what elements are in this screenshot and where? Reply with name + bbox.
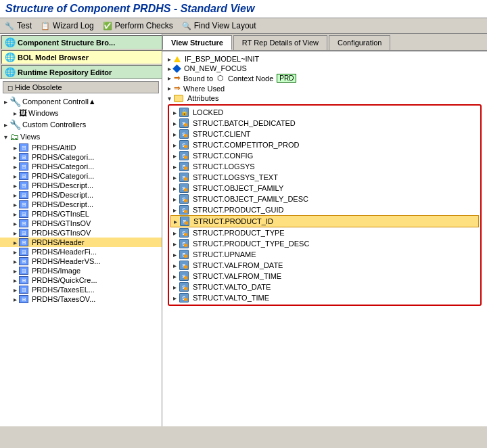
struct-icon: S <box>179 129 189 139</box>
attr-item-12[interactable]: ▸SSTRUCT.PRODUCT_TYPE_DESC <box>170 238 479 249</box>
struct-icon: S <box>179 162 189 171</box>
component-structure-tab[interactable]: 🌐 Component Structure Bro... <box>1 35 162 49</box>
attr-item-3[interactable]: ▸SSTRUCT.COMPETITOR_PROD <box>170 139 479 150</box>
grid-icon: ⊞ <box>19 162 28 171</box>
blue-diamond-icon <box>172 64 181 73</box>
hide-obsolete-button[interactable]: ◻ Hide Obsolete <box>3 81 159 93</box>
grid-icon: ⊞ <box>19 267 28 275</box>
views-icon: 🗂 <box>9 131 19 142</box>
bol-model-icon: 🌐 <box>5 52 16 62</box>
sidebar-view-item-0[interactable]: ▸⊞PRDHS/AltID <box>0 143 162 152</box>
attr-item-10[interactable]: ▸SSTRUCT.PRODUCT_ID <box>170 215 479 227</box>
wizard-log-button[interactable]: 📋 Wizard Log <box>40 20 94 31</box>
sidebar-view-item-4[interactable]: ▸⊞PRDHS/Descript... <box>0 181 162 190</box>
attr-item-4[interactable]: ▸SSTRUCT.CONFIG <box>170 150 479 161</box>
tab-configuration[interactable]: Configuration <box>329 35 390 50</box>
sidebar-view-item-10[interactable]: ▸⊞PRDHS/Header <box>0 238 162 247</box>
struct-icon: S <box>179 261 189 270</box>
attr-item-9[interactable]: ▸SSTRUCT.PRODUCT_GUID <box>170 204 479 215</box>
attr-item-8[interactable]: ▸SSTRUCT.OBJECT_FAMILY_DESC <box>170 194 479 204</box>
attr-item-15[interactable]: ▸SSTRUCT.VALFROM_TIME <box>170 271 479 282</box>
sidebar-view-item-9[interactable]: ▸⊞PRDHS/GTInsOV <box>0 228 162 238</box>
bol-model-tab[interactable]: 🌐 BOL Model Browser <box>1 50 162 64</box>
attr-item-17[interactable]: ▸SSTRUCT.VALTO_TIME <box>170 292 479 303</box>
perform-checks-button[interactable]: ✅ Perform Checks <box>102 20 173 31</box>
sidebar-item-windows[interactable]: ▸ 🖼 Windows <box>0 108 162 118</box>
struct-icon: S <box>179 239 189 248</box>
right-content: ▸ IF_BSP_MODEL~INIT ▸ ON_NEW_FOCUS ▸ ⇒ B… <box>162 51 487 426</box>
struct-icon: S <box>179 250 189 259</box>
struct-icon: S <box>179 293 189 303</box>
grid-icon: ⊞ <box>19 295 28 303</box>
attr-item-13[interactable]: ▸SSTRUCT.UPNAME <box>170 249 479 260</box>
struct-icon: S <box>179 282 189 292</box>
sidebar-tree: ▸ 🔧 Component Controll▲ ▸ 🖼 Windows ▸ 🔧 … <box>0 95 162 304</box>
view-item-if-bsp[interactable]: ▸ IF_BSP_MODEL~INIT <box>165 54 484 64</box>
view-item-on-new-focus[interactable]: ▸ ON_NEW_FOCUS <box>165 64 484 73</box>
runtime-repo-tab[interactable]: 🌐 Runtime Repository Editor <box>1 65 162 79</box>
sidebar-item-views[interactable]: ▾ 🗂 Views <box>0 131 162 143</box>
attr-item-1[interactable]: ▸SSTRUCT.BATCH_DEDICATED <box>170 118 479 129</box>
struct-icon: S <box>179 140 189 150</box>
tab-rt-rep-details[interactable]: RT Rep Details of View <box>233 35 327 50</box>
struct-icon: S <box>179 228 189 238</box>
sidebar-view-item-11[interactable]: ▸⊞PRDHS/HeaderFi... <box>0 247 162 256</box>
warning-triangle-icon <box>174 56 181 62</box>
sidebar-view-item-2[interactable]: ▸⊞PRDHS/Categori... <box>0 162 162 171</box>
sidebar-view-item-16[interactable]: ▸⊞PRDHS/TaxesOV... <box>0 294 162 304</box>
sidebar-item-custom-controllers[interactable]: ▸ 🔧 Custom Controllers <box>0 118 162 131</box>
find-view-layout-button[interactable]: 🔍 Find View Layout <box>181 20 256 31</box>
sidebar-view-item-13[interactable]: ▸⊞PRDHS/Image <box>0 266 162 275</box>
view-item-bound-to[interactable]: ▸ ⇒ Bound to ⬡ Context Node PRD <box>165 73 484 83</box>
struct-icon: S <box>179 271 189 281</box>
component-structure-icon: 🌐 <box>5 37 16 47</box>
right-tabs: View Structure RT Rep Details of View Co… <box>162 34 487 51</box>
attr-item-7[interactable]: ▸SSTRUCT.OBJECT_FAMILY <box>170 183 479 194</box>
grid-icon: ⊞ <box>19 276 28 284</box>
test-button[interactable]: 🔧 Test <box>4 20 32 31</box>
sidebar-view-item-12[interactable]: ▸⊞PRDHS/HeaderVS... <box>0 256 162 266</box>
main-layout: 🌐 Component Structure Bro... 🌐 BOL Model… <box>0 34 487 426</box>
arrow-right-icon2: ⇒ <box>174 84 180 93</box>
attr-item-14[interactable]: ▸SSTRUCT.VALFROM_DATE <box>170 260 479 271</box>
sidebar: 🌐 Component Structure Bro... 🌐 BOL Model… <box>0 34 162 426</box>
attr-item-2[interactable]: ▸SSTRUCT.CLIENT <box>170 129 479 139</box>
folder-icon <box>174 95 183 102</box>
sidebar-item-component-controllers[interactable]: ▸ 🔧 Component Controll▲ <box>0 95 162 108</box>
attr-item-5[interactable]: ▸SSTRUCT.LOGSYS <box>170 161 479 172</box>
arrow-right-icon: ⇒ <box>174 74 180 83</box>
hide-obsolete-icon: ◻ <box>7 84 13 91</box>
component-structure-label: Component Structure Bro... <box>18 39 115 47</box>
grid-icon: ⊞ <box>19 210 28 218</box>
grid-icon: ⊞ <box>19 200 28 208</box>
bol-model-label: BOL Model Browser <box>18 53 89 62</box>
struct-icon: S <box>179 205 189 215</box>
attr-item-16[interactable]: ▸SSTRUCT.VALTO_DATE <box>170 282 479 292</box>
component-ctrl-icon: 🔧 <box>9 96 21 107</box>
sidebar-view-item-14[interactable]: ▸⊞PRDHS/QuickCre... <box>0 275 162 285</box>
attributes-red-box: ▸🔒LOCKED▸SSTRUCT.BATCH_DEDICATED▸SSTRUCT… <box>168 104 482 306</box>
sidebar-view-item-7[interactable]: ▸⊞PRDHS/GTInsEL <box>0 209 162 219</box>
windows-icon: 🖼 <box>19 108 27 118</box>
view-item-where-used[interactable]: ▸ ⇒ Where Used <box>165 83 484 93</box>
toolbar: 🔧 Test 📋 Wizard Log ✅ Perform Checks 🔍 F… <box>0 18 487 34</box>
tab-view-structure[interactable]: View Structure <box>162 35 232 50</box>
attr-item-0[interactable]: ▸🔒LOCKED <box>170 107 479 118</box>
sidebar-view-item-5[interactable]: ▸⊞PRDHS/Descript... <box>0 190 162 200</box>
view-item-attributes[interactable]: ▾ Attributes <box>165 93 484 103</box>
grid-icon: ⊞ <box>19 219 28 227</box>
sidebar-view-item-1[interactable]: ▸⊞PRDHS/Categori... <box>0 152 162 162</box>
sidebar-view-item-15[interactable]: ▸⊞PRDHS/TaxesEL... <box>0 285 162 294</box>
sidebar-view-item-8[interactable]: ▸⊞PRDHS/GTInsOV <box>0 219 162 228</box>
sidebar-view-item-3[interactable]: ▸⊞PRDHS/Categori... <box>0 171 162 181</box>
attr-item-6[interactable]: ▸SSTRUCT.LOGSYS_TEXT <box>170 172 479 183</box>
struct-icon: S <box>179 183 189 193</box>
grid-icon: ⊞ <box>19 248 28 256</box>
grid-icon: ⊞ <box>19 191 28 199</box>
attr-item-11[interactable]: ▸SSTRUCT.PRODUCT_TYPE <box>170 227 479 238</box>
lock-icon: 🔒 <box>179 108 189 117</box>
test-icon: 🔧 <box>4 20 15 31</box>
runtime-repo-label: Runtime Repository Editor <box>18 68 112 76</box>
struct-icon: S <box>179 118 189 128</box>
sidebar-view-item-6[interactable]: ▸⊞PRDHS/Descript... <box>0 200 162 209</box>
